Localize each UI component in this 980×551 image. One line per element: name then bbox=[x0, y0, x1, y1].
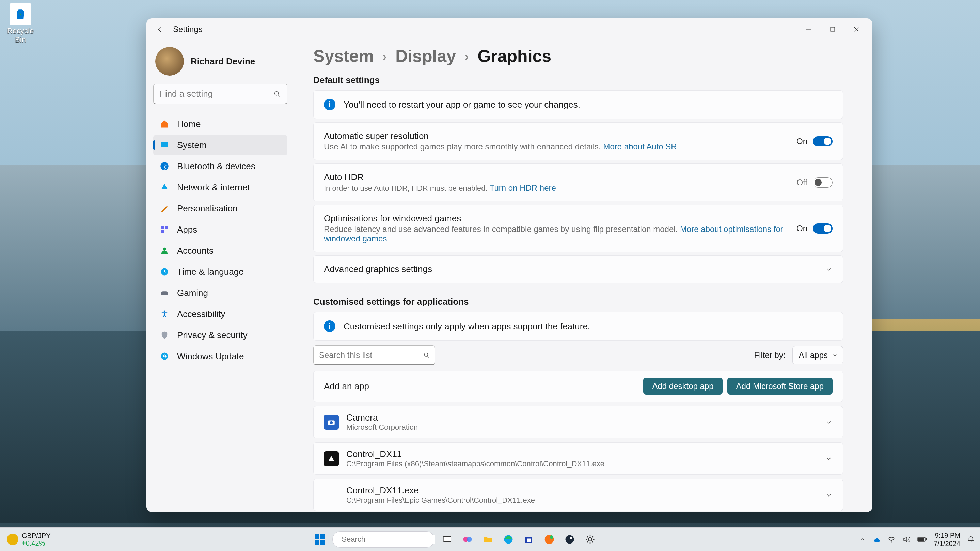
copilot-icon[interactable] bbox=[460, 532, 476, 547]
advanced-graphics-card[interactable]: Advanced graphics settings bbox=[313, 255, 843, 283]
app-row[interactable]: Control_DX11.exe C:\Program Files\Epic G… bbox=[313, 479, 843, 511]
sidebar-item-label: Time & language bbox=[177, 267, 244, 277]
filter-dropdown[interactable]: All apps bbox=[792, 346, 843, 365]
svg-point-31 bbox=[570, 537, 573, 540]
filter-bar: Filter by: All apps bbox=[313, 345, 843, 365]
auto-sr-toggle[interactable] bbox=[813, 136, 832, 147]
breadcrumb-display[interactable]: Display bbox=[395, 46, 456, 66]
desktop-recycle-bin[interactable]: Recycle Bin bbox=[3, 3, 37, 44]
sidebar-item-label: Home bbox=[177, 119, 200, 129]
app-row[interactable]: Control_DX11 C:\Program Files (x86)\Stea… bbox=[313, 443, 843, 475]
profile[interactable]: Richard Devine bbox=[153, 45, 287, 84]
app-name: Camera bbox=[346, 412, 418, 423]
battery-icon[interactable] bbox=[917, 537, 927, 543]
sidebar: Richard Devine HomeSystemBluetooth & dev… bbox=[146, 40, 293, 512]
add-store-app-button[interactable]: Add Microsoft Store app bbox=[727, 377, 832, 395]
svg-rect-18 bbox=[320, 540, 325, 545]
auto-sr-card: Automatic super resolution Use AI to mak… bbox=[313, 122, 843, 160]
svg-point-1 bbox=[275, 91, 278, 95]
steam-icon[interactable] bbox=[562, 532, 578, 547]
auto-sr-desc: Use AI to make supported games play more… bbox=[324, 142, 788, 151]
sidebar-item-network-internet[interactable]: Network & internet bbox=[153, 177, 287, 197]
app-icon bbox=[324, 488, 339, 503]
clock-date: 7/1/2024 bbox=[934, 540, 960, 548]
volume-icon[interactable] bbox=[902, 535, 910, 543]
app-publisher: C:\Program Files\Epic Games\Control\Cont… bbox=[346, 496, 535, 505]
search-icon bbox=[423, 352, 430, 358]
maximize-button[interactable] bbox=[821, 20, 845, 39]
file-explorer-icon[interactable] bbox=[480, 532, 496, 547]
widget-line2: +0.42% bbox=[22, 540, 50, 547]
sidebar-item-gaming[interactable]: Gaming bbox=[153, 283, 287, 303]
accessibility-icon bbox=[159, 309, 170, 319]
settings-search-input[interactable] bbox=[160, 89, 270, 99]
app-list-search-input[interactable] bbox=[319, 350, 420, 360]
task-view-icon[interactable] bbox=[439, 532, 455, 547]
sidebar-item-label: Windows Update bbox=[177, 351, 244, 361]
sidebar-item-time-language[interactable]: Time & language bbox=[153, 261, 287, 282]
chevron-down-icon bbox=[825, 455, 832, 462]
filter-value: All apps bbox=[799, 350, 828, 360]
info-icon: i bbox=[324, 320, 336, 332]
sidebar-nav: HomeSystemBluetooth & devicesNetwork & i… bbox=[153, 114, 287, 366]
store-icon[interactable] bbox=[521, 532, 537, 547]
accounts-icon bbox=[159, 245, 170, 256]
sidebar-item-home[interactable]: Home bbox=[153, 114, 287, 134]
chevron-down-icon bbox=[825, 266, 832, 273]
svg-point-29 bbox=[550, 535, 554, 539]
sidebar-item-accounts[interactable]: Accounts bbox=[153, 240, 287, 261]
svg-point-14 bbox=[330, 421, 333, 424]
filter-by-label: Filter by: bbox=[754, 350, 786, 360]
svg-point-30 bbox=[566, 535, 574, 543]
auto-hdr-toggle[interactable] bbox=[813, 177, 832, 188]
minimize-button[interactable] bbox=[797, 20, 821, 39]
taskbar-widgets[interactable]: GBP/JPY +0.42% bbox=[0, 532, 50, 547]
svg-rect-35 bbox=[918, 538, 924, 541]
customised-heading: Customised settings for applications bbox=[313, 296, 843, 307]
auto-sr-link[interactable]: More about Auto SR bbox=[603, 142, 676, 151]
bluetooth-icon bbox=[159, 161, 170, 171]
settings-search[interactable] bbox=[153, 84, 287, 104]
sidebar-item-accessibility[interactable]: Accessibility bbox=[153, 304, 287, 324]
onedrive-icon[interactable] bbox=[872, 535, 881, 543]
home-icon bbox=[159, 119, 170, 129]
optimisations-state: On bbox=[797, 224, 807, 233]
taskbar-search-input[interactable] bbox=[342, 535, 435, 544]
sidebar-item-label: Gaming bbox=[177, 288, 208, 298]
add-desktop-app-button[interactable]: Add desktop app bbox=[643, 377, 722, 395]
sidebar-item-apps[interactable]: Apps bbox=[153, 219, 287, 240]
close-button[interactable] bbox=[845, 20, 868, 39]
pinned-app-icon[interactable] bbox=[541, 532, 557, 547]
app-list-search[interactable] bbox=[313, 345, 435, 365]
svg-rect-17 bbox=[315, 540, 320, 545]
app-row[interactable]: Camera Microsoft Corporation bbox=[313, 406, 843, 438]
back-button[interactable] bbox=[154, 24, 165, 35]
sidebar-item-bluetooth-devices[interactable]: Bluetooth & devices bbox=[153, 156, 287, 177]
notifications-icon[interactable] bbox=[967, 536, 975, 543]
sidebar-item-personalisation[interactable]: Personalisation bbox=[153, 198, 287, 219]
auto-hdr-card: Auto HDR In order to use Auto HDR, HDR m… bbox=[313, 164, 843, 201]
taskbar: GBP/JPY +0.42% 9:19 PM 7/1/2024 bbox=[0, 527, 980, 551]
sidebar-item-windows-update[interactable]: Windows Update bbox=[153, 346, 287, 366]
svg-rect-6 bbox=[161, 230, 164, 233]
wifi-icon[interactable] bbox=[888, 535, 896, 543]
taskbar-search[interactable] bbox=[332, 531, 434, 548]
network-icon bbox=[159, 182, 170, 193]
taskbar-clock[interactable]: 9:19 PM 7/1/2024 bbox=[934, 531, 960, 548]
sidebar-item-privacy-security[interactable]: Privacy & security bbox=[153, 325, 287, 345]
breadcrumb-system[interactable]: System bbox=[313, 46, 374, 66]
search-icon bbox=[274, 90, 281, 98]
edge-icon[interactable] bbox=[501, 532, 516, 547]
auto-hdr-title: Auto HDR bbox=[324, 172, 788, 183]
tray-chevron-up-icon[interactable] bbox=[859, 537, 865, 543]
sidebar-item-system[interactable]: System bbox=[153, 135, 287, 155]
start-button[interactable] bbox=[312, 532, 328, 547]
widget-icon bbox=[7, 533, 18, 545]
app-name: Control_DX11 bbox=[346, 449, 605, 459]
settings-taskbar-icon[interactable] bbox=[582, 532, 598, 547]
optimisations-toggle[interactable] bbox=[813, 223, 832, 234]
clock-time: 9:19 PM bbox=[934, 531, 960, 540]
auto-hdr-link[interactable]: Turn on HDR here bbox=[490, 183, 556, 193]
svg-point-11 bbox=[161, 353, 168, 360]
gaming-icon bbox=[159, 288, 170, 298]
